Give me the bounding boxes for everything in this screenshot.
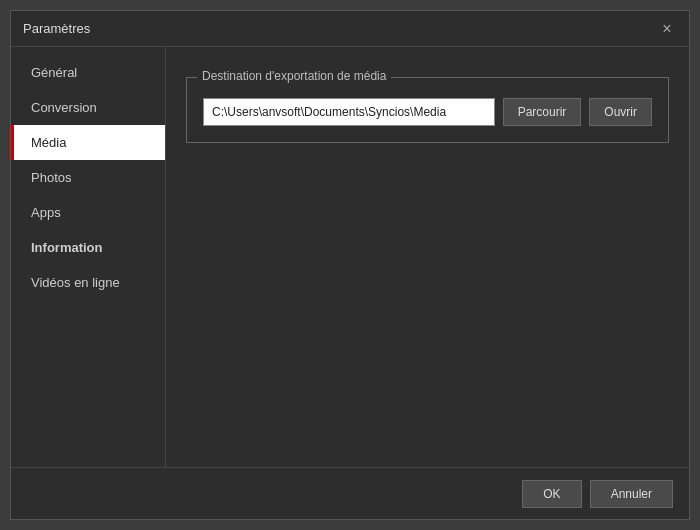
sidebar-item-apps[interactable]: Apps: [11, 195, 165, 230]
sidebar-item-videos-en-ligne[interactable]: Vidéos en ligne: [11, 265, 165, 300]
cancel-button[interactable]: Annuler: [590, 480, 673, 508]
sidebar-item-conversion[interactable]: Conversion: [11, 90, 165, 125]
title-bar: Paramètres ×: [11, 11, 689, 47]
path-row: Parcourir Ouvrir: [203, 98, 652, 126]
export-section: Destination d'exportation de média Parco…: [186, 77, 669, 143]
section-label: Destination d'exportation de média: [197, 69, 391, 83]
sidebar-item-media[interactable]: Média: [11, 125, 165, 160]
dialog-body: Général Conversion Média Photos Apps Inf…: [11, 47, 689, 467]
content-area: Destination d'exportation de média Parco…: [166, 47, 689, 467]
browse-button[interactable]: Parcourir: [503, 98, 582, 126]
sidebar-item-photos[interactable]: Photos: [11, 160, 165, 195]
open-button[interactable]: Ouvrir: [589, 98, 652, 126]
dialog-footer: OK Annuler: [11, 467, 689, 519]
sidebar: Général Conversion Média Photos Apps Inf…: [11, 47, 166, 467]
sidebar-item-information[interactable]: Information: [11, 230, 165, 265]
ok-button[interactable]: OK: [522, 480, 581, 508]
dialog: Paramètres × Général Conversion Média Ph…: [10, 10, 690, 520]
close-button[interactable]: ×: [657, 19, 677, 39]
path-input[interactable]: [203, 98, 495, 126]
sidebar-item-general[interactable]: Général: [11, 55, 165, 90]
dialog-title: Paramètres: [23, 21, 90, 36]
